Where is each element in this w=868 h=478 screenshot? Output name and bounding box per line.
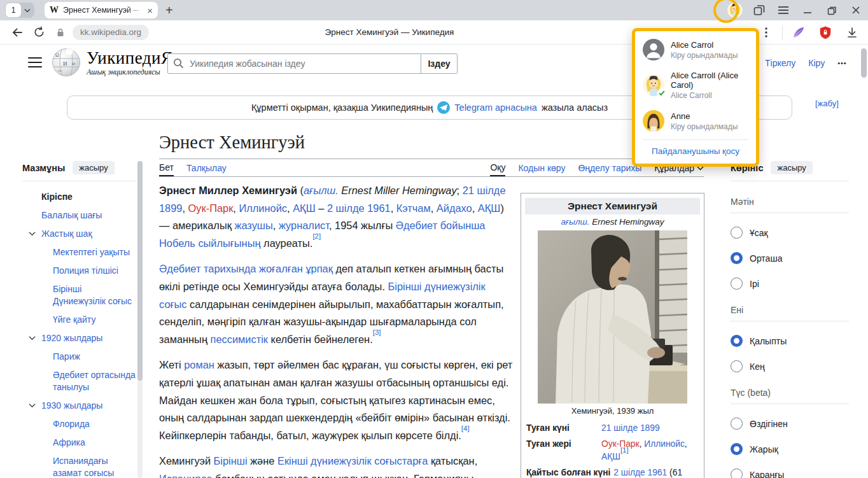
profile-avatar-button[interactable] <box>723 0 747 20</box>
article-title: Эрнест Хемингуэй <box>159 132 704 153</box>
toc-item[interactable]: Флорида <box>22 415 136 433</box>
lock-icon[interactable] <box>50 23 71 42</box>
article-tab[interactable]: Талқылау <box>186 162 227 176</box>
article-tab-label: Оқу <box>490 162 505 172</box>
radio-option[interactable]: Қараңғы <box>731 468 849 478</box>
radio-icon[interactable] <box>731 278 743 290</box>
feather-extension-icon[interactable] <box>788 23 809 42</box>
chevron-down-icon[interactable] <box>29 335 36 341</box>
radio-icon[interactable] <box>731 443 743 455</box>
toc-item[interactable]: Кіріспе <box>22 188 136 206</box>
signed-in-check-icon <box>657 88 666 97</box>
radio-icon[interactable] <box>731 252 743 264</box>
search-input[interactable] <box>167 53 421 74</box>
tab-group-counter[interactable]: 1 <box>5 3 34 18</box>
profile-user-item[interactable]: Anne Кіру орындалмады <box>635 105 756 137</box>
wikipedia-logo-icon[interactable]: Ω И ω 一 <box>51 47 81 78</box>
banner-close-link[interactable]: [жабу] <box>815 99 839 108</box>
radio-icon[interactable] <box>731 335 743 347</box>
article-tab-label: Бет <box>159 162 174 172</box>
toc-item[interactable]: Испаниядағы азамат соғысы <box>22 452 136 478</box>
url-bar[interactable]: kk.wikipedia.org <box>73 25 149 40</box>
radio-option[interactable]: Ұсақ <box>731 227 849 239</box>
toc-item[interactable]: Балалық шағы <box>22 206 136 225</box>
infobox-row-value: 2 шілде 1961 (61 жас) <box>613 467 699 478</box>
page-scrollbar-thumb[interactable] <box>861 48 867 78</box>
toc-item[interactable]: Мектептегі уақыты <box>22 243 136 262</box>
toc-item[interactable]: Африка <box>22 433 136 452</box>
restore-button[interactable] <box>820 0 844 20</box>
radio-option-label: Жарық <box>750 444 778 454</box>
protect-shield-icon[interactable] <box>815 23 836 42</box>
toc-item[interactable]: Полиция тілшісі <box>22 262 136 280</box>
radio-option[interactable]: Жарық <box>731 443 849 455</box>
telegram-icon <box>437 101 450 114</box>
logo-title: УикипедиЯ <box>87 49 173 67</box>
toc-item[interactable]: Бірінші Дүниежүзілік соғыс <box>22 280 136 311</box>
login-link[interactable]: Кіру <box>808 58 825 68</box>
search-button[interactable]: Іздеу <box>421 53 458 74</box>
toc-item[interactable]: Жастық шақ <box>22 225 136 243</box>
svg-text:ω: ω <box>72 60 75 66</box>
radio-icon[interactable] <box>731 227 743 239</box>
browser-tab[interactable]: W Эрнест Хемингуэй — У × <box>45 2 158 18</box>
toc-item[interactable]: Үйге қайту <box>22 311 136 329</box>
minimize-button[interactable] <box>795 0 820 20</box>
toc-item[interactable]: 1920 жылдары <box>22 329 136 348</box>
user-name: Alice Carrol <box>671 40 738 50</box>
width-options: Қалыпты Кең <box>731 335 849 372</box>
back-button[interactable] <box>6 23 28 42</box>
appearance-hide-button[interactable]: жасыру <box>771 161 812 174</box>
search-bar: Іздеу <box>167 53 458 74</box>
reload-button[interactable] <box>28 23 50 42</box>
toc-item[interactable]: Әдебиет ортасында танылуы <box>22 366 136 397</box>
toc-item[interactable]: 1930 жылдары <box>22 397 136 415</box>
chevron-down-icon[interactable] <box>29 231 36 236</box>
article-tabs: Бет Талқылау Оқу Кодын көру <box>159 162 704 177</box>
toc-item-label: Үйге қайту <box>53 314 95 325</box>
tab-close-icon[interactable]: × <box>147 6 153 15</box>
toc-scrollbar-thumb[interactable] <box>137 161 143 381</box>
infobox-rows: Туған күні 21 шілде 1899 Туған жері Оук-… <box>521 421 704 478</box>
toc-item[interactable]: Париж <box>22 348 136 366</box>
article-tab[interactable]: Кодын көру <box>518 162 565 176</box>
wikipedia-wordmark[interactable]: УикипедиЯ Ашық энциклопедиясы <box>87 49 173 77</box>
register-link[interactable]: Тіркелу <box>765 58 795 68</box>
menu-icon[interactable] <box>771 0 795 20</box>
infobox-row-value: 21 шілде 1899 <box>601 422 699 435</box>
screen: { "colors": { "accent_blue": "#3366cc", … <box>0 0 868 478</box>
profile-user-item[interactable]: Alice Carrol Кіру орындалмады <box>635 34 756 66</box>
article-tab[interactable]: Оқу <box>490 162 505 176</box>
radio-option[interactable]: Кең <box>731 360 849 372</box>
chevron-down-icon[interactable] <box>29 403 36 408</box>
text-size-section-label: Мәтін <box>731 197 849 213</box>
radio-icon[interactable] <box>731 468 743 478</box>
close-window-button[interactable] <box>844 0 868 20</box>
add-user-button[interactable]: Пайдаланушыны қосу <box>635 140 756 164</box>
collections-icon[interactable] <box>747 0 771 20</box>
toc-item-label: Флорида <box>53 419 90 429</box>
profile-user-item[interactable]: Alice Carroll (Alice Carol) Alice Carrol… <box>635 66 756 105</box>
toc-scrollbar[interactable] <box>137 161 143 478</box>
user-links: Тіркелу Кіру ••• <box>765 58 847 68</box>
download-icon[interactable] <box>841 23 863 42</box>
telegram-channel-link[interactable]: Telegram арнасына <box>454 102 537 113</box>
infobox-row-label: Туған күні <box>526 422 601 435</box>
article-tab-label: Талқылау <box>186 163 227 173</box>
hemingway-photo[interactable] <box>538 230 687 404</box>
radio-option[interactable]: Қалыпты <box>731 335 849 347</box>
more-options-icon[interactable]: ••• <box>837 59 847 67</box>
infobox-row: Туған күні 21 шілде 1899 <box>521 421 704 437</box>
new-tab-button[interactable]: + <box>165 4 173 17</box>
appearance-panel: Көрініс жасыру Мәтін Ұсақ Орташа Ірі <box>731 161 849 478</box>
main-menu-icon[interactable] <box>28 57 42 67</box>
radio-option[interactable]: Өздігінен <box>731 418 849 430</box>
toc-item-label: Париж <box>53 351 80 362</box>
toc-hide-button[interactable]: жасыру <box>73 161 114 174</box>
radio-icon[interactable] <box>731 360 743 372</box>
article-tab[interactable]: Бет <box>159 162 174 176</box>
radio-icon[interactable] <box>731 418 743 430</box>
radio-option[interactable]: Ірі <box>731 278 849 290</box>
banner-text-before: Құрметті оқырман, қазақша Уикипедияның <box>251 102 433 113</box>
radio-option[interactable]: Орташа <box>731 252 849 264</box>
